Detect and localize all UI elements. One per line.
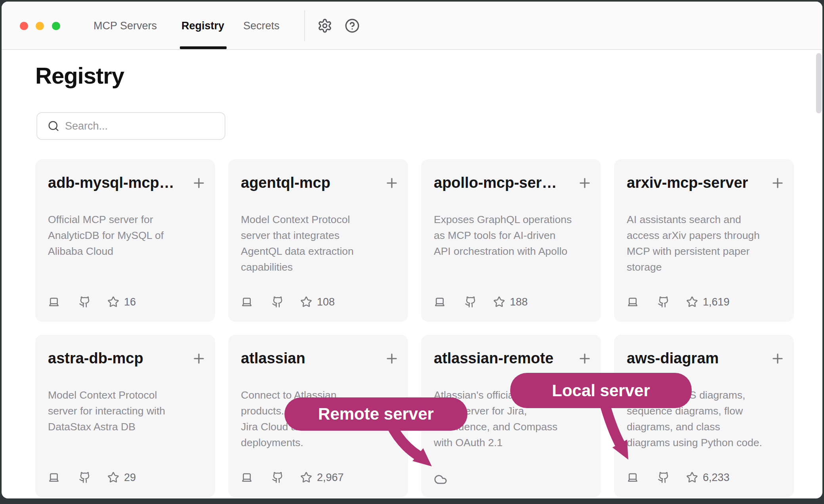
add-server-button[interactable] [770,176,785,191]
server-description: Generate AWS diagrams, sequence diagrams… [627,387,784,451]
server-description: Atlassian's official MCP server for Jira… [434,387,591,451]
star-count: 188 [510,296,528,308]
add-server-button[interactable] [577,351,592,366]
server-description: AI assistants search and access arXiv pa… [627,212,784,275]
star-count: 16 [124,296,136,308]
server-name: astra-db-mcp [48,350,143,367]
card-footer: 188 [434,295,528,309]
search-icon [48,120,59,132]
titlebar: MCP Servers Registry Secrets [2,2,822,50]
active-tab-indicator [180,46,227,49]
server-card-atlassian[interactable]: atlassian Connect to Atlassian products.… [228,335,408,497]
add-server-button[interactable] [191,176,206,191]
search-input[interactable] [65,120,217,132]
star-icon [493,296,505,308]
server-name: agentql-mcp [241,174,330,191]
github-icon [79,296,91,308]
server-name: arxiv-mcp-server [627,174,748,191]
laptop-icon [627,296,639,308]
server-description: Model Context Protocol server that integ… [241,212,399,275]
add-server-button[interactable] [384,351,399,366]
github-icon [272,296,284,308]
search-box[interactable] [36,112,225,140]
cloud-icon [434,473,447,486]
github-icon [658,472,670,483]
server-card-adb-mysql-mcp[interactable]: adb-mysql-mcp… Official MCP server for A… [35,159,215,322]
github-icon [79,472,91,483]
laptop-icon [241,296,253,308]
server-card-astra-db-mcp[interactable]: astra-db-mcp Model Context Protocol serv… [35,335,215,497]
card-footer: 2,967 [241,470,344,485]
add-server-button[interactable] [191,351,206,366]
card-footer: 29 [48,470,136,485]
github-icon [658,296,670,308]
server-name: atlassian [241,350,305,367]
card-footer: 108 [241,295,335,309]
help-circle-icon[interactable] [345,18,360,33]
server-card-atlassian-remote[interactable]: atlassian-remote Atlassian's official MC… [421,335,601,497]
server-name: aws-diagram [627,350,719,367]
scrollbar-thumb[interactable] [816,53,822,113]
registry-card-grid: adb-mysql-mcp… Official MCP server for A… [35,159,794,497]
desktop-background: { "titlebar": { "tabs": [ { "label": "MC… [0,0,824,504]
star-count: 29 [124,472,136,484]
card-footer: 16 [48,295,136,309]
laptop-icon [48,296,60,308]
laptop-icon [48,472,60,483]
github-icon [465,296,477,308]
server-name: apollo-mcp-ser… [434,174,557,191]
gear-icon[interactable] [317,18,332,33]
server-name: adb-mysql-mcp… [48,174,174,191]
server-description: Official MCP server for AnalyticDB for M… [48,212,206,259]
card-footer: 1,619 [627,295,730,309]
header-divider [304,10,305,41]
tab-registry[interactable]: Registry [181,2,224,50]
server-card-agentql-mcp[interactable]: agentql-mcp Model Context Protocol serve… [228,159,408,322]
server-description: Connect to Atlassian products. Supports … [241,387,399,451]
tab-secrets[interactable]: Secrets [243,2,280,50]
server-card-arxiv-mcp-server[interactable]: arxiv-mcp-server AI assistants search an… [614,159,794,322]
star-count: 6,233 [703,472,730,484]
star-icon [300,296,312,308]
close-window-button[interactable] [20,22,28,30]
star-count: 108 [317,296,335,308]
card-footer [434,470,447,485]
github-icon [272,472,284,483]
server-description: Model Context Protocol server for intera… [48,387,206,435]
star-icon [300,472,312,483]
add-server-button[interactable] [384,176,399,191]
add-server-button[interactable] [577,176,592,191]
page-title: Registry [35,62,124,89]
add-server-button[interactable] [770,351,785,366]
star-count: 1,619 [703,296,730,308]
server-card-apollo-mcp-server[interactable]: apollo-mcp-ser… Exposes GraphQL operatio… [421,159,601,322]
star-icon [686,472,698,483]
star-count: 2,967 [317,472,344,484]
star-icon [107,296,119,308]
app-window: MCP Servers Registry Secrets Registry ad… [2,2,822,498]
zoom-window-button[interactable] [52,22,60,30]
card-footer: 6,233 [627,470,730,485]
star-icon [686,296,698,308]
server-description: Exposes GraphQL operations as MCP tools … [434,212,591,259]
tab-mcp-servers[interactable]: MCP Servers [93,2,157,50]
minimize-window-button[interactable] [36,22,44,30]
star-icon [107,472,119,483]
laptop-icon [434,296,446,308]
laptop-icon [241,472,253,483]
server-card-aws-diagram[interactable]: aws-diagram Generate AWS diagrams, seque… [614,335,794,497]
laptop-icon [627,472,639,483]
server-name: atlassian-remote [434,350,553,367]
